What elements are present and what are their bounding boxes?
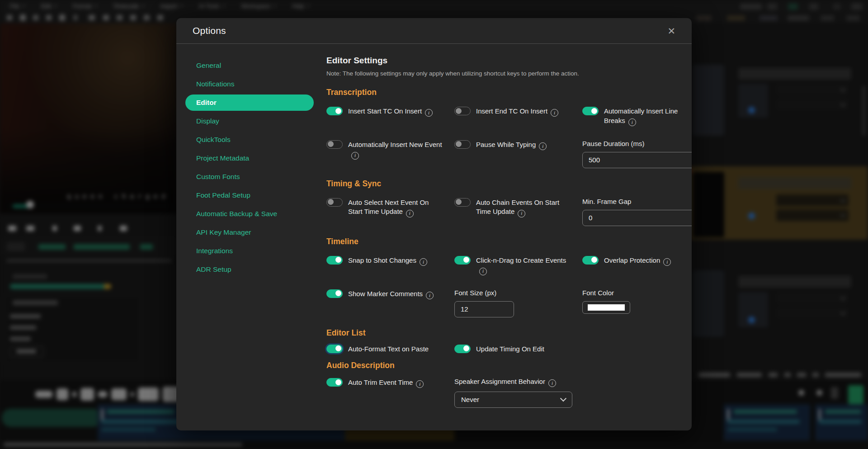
pause-while-typing-toggle[interactable] <box>454 140 471 149</box>
sidebar-item-custom-fonts[interactable]: Custom Fonts <box>185 169 314 185</box>
options-dialog-header: Options ✕ <box>176 18 692 44</box>
setting-label: Auto Trim Event Time <box>348 378 413 386</box>
overlap-protection-toggle[interactable] <box>582 256 599 265</box>
sidebar-item-adr-setup[interactable]: ADR Setup <box>185 261 314 278</box>
section-editor-list: Editor List <box>326 328 692 338</box>
setting-label: Auto-Format Text on Paste <box>348 345 429 353</box>
setting-show-marker-comments: Show Marker Commentsi <box>326 289 444 299</box>
setting-label: Snap to Shot Changes <box>348 256 416 264</box>
section-timeline: Timeline <box>326 237 692 246</box>
setting-label: Automatically Insert New Event <box>348 141 442 148</box>
field-font-size: Font Size (px) <box>454 289 572 317</box>
setting-label: Insert Start TC On Insert <box>348 107 422 115</box>
setting-label: Insert End TC On Insert <box>476 107 547 115</box>
sidebar-item-display[interactable]: Display <box>185 113 314 129</box>
field-min-frame-gap: Min. Frame Gap <box>582 198 692 226</box>
info-icon[interactable]: i <box>425 109 433 117</box>
info-icon[interactable]: i <box>663 258 671 266</box>
setting-insert-end-tc: Insert End TC On Inserti <box>454 106 572 117</box>
setting-pause-while-typing: Pause While Typingi <box>454 140 572 150</box>
field-label: Min. Frame Gap <box>582 198 692 205</box>
sidebar-item-general[interactable]: General <box>185 57 314 74</box>
font-size-input[interactable] <box>454 301 514 317</box>
section-audio-description: Audio Description <box>326 361 692 370</box>
info-icon[interactable]: i <box>479 268 487 275</box>
auto-line-breaks-toggle[interactable] <box>582 107 599 115</box>
settings-note: Note: The following settings may only ap… <box>326 70 692 77</box>
font-color-input[interactable] <box>582 301 630 314</box>
field-font-color: Font Color <box>582 289 692 314</box>
setting-label: Pause While Typing <box>476 141 536 148</box>
setting-auto-trim-event: Auto Trim Event Timei <box>326 378 444 388</box>
info-icon[interactable]: i <box>416 380 424 388</box>
show-marker-comments-toggle[interactable] <box>326 289 343 298</box>
page-title: Editor Settings <box>326 56 692 66</box>
info-icon[interactable]: i <box>406 210 414 217</box>
setting-auto-new-event: Automatically Insert New Eventi <box>326 140 444 160</box>
sidebar-item-notifications[interactable]: Notifications <box>185 76 314 92</box>
info-icon[interactable]: i <box>548 379 556 387</box>
insert-end-tc-toggle[interactable] <box>454 107 471 115</box>
setting-snap-shot-changes: Snap to Shot Changesi <box>326 255 444 266</box>
info-icon[interactable]: i <box>420 258 427 266</box>
setting-label: Overlap Protection <box>604 256 660 264</box>
section-transcription: Transcription <box>326 88 692 97</box>
setting-auto-chain: Auto Chain Events On Start Time Updatei <box>454 198 572 217</box>
speaker-assignment-select[interactable]: Never <box>454 392 572 408</box>
chevron-down-icon <box>560 395 566 402</box>
auto-chain-toggle[interactable] <box>454 198 471 207</box>
field-label: Font Color <box>582 289 692 297</box>
info-icon[interactable]: i <box>628 118 636 126</box>
pause-duration-input[interactable] <box>582 152 692 168</box>
setting-auto-format-paste: Auto-Format Text on Paste <box>326 344 444 354</box>
editor-settings-panel: Editor Settings Note: The following sett… <box>314 44 692 430</box>
font-color-swatch <box>588 304 625 311</box>
field-label: Pause Duration (ms) <box>582 140 692 147</box>
sidebar-item-quicktools[interactable]: QuickTools <box>185 132 314 148</box>
min-frame-gap-input[interactable] <box>582 210 692 226</box>
field-label: Speaker Assignment Behaviori <box>454 378 572 387</box>
auto-format-paste-toggle[interactable] <box>326 345 343 353</box>
field-label: Font Size (px) <box>454 289 572 297</box>
sidebar-item-automatic-backup[interactable]: Automatic Backup & Save <box>185 206 314 222</box>
setting-label: Show Marker Comments <box>348 290 423 298</box>
section-timing-sync: Timing & Sync <box>326 179 692 189</box>
sidebar-item-integrations[interactable]: Integrations <box>185 243 314 259</box>
field-speaker-assignment: Speaker Assignment Behaviori Never <box>454 378 572 408</box>
setting-auto-select-next: Auto Select Next Event On Start Time Upd… <box>326 198 444 217</box>
info-icon[interactable]: i <box>518 210 525 217</box>
setting-label: Update Timing On Edit <box>476 345 544 353</box>
options-dialog: Options ✕ General Notifications Editor D… <box>176 18 692 430</box>
dialog-title: Options <box>193 25 226 36</box>
selected-option: Never <box>461 396 479 403</box>
sidebar-item-foot-pedal-setup[interactable]: Foot Pedal Setup <box>185 187 314 203</box>
setting-insert-start-tc: Insert Start TC On Inserti <box>326 106 444 117</box>
snap-shot-changes-toggle[interactable] <box>326 256 343 265</box>
setting-label: Click-n-Drag to Create Events <box>476 256 566 264</box>
insert-start-tc-toggle[interactable] <box>326 107 343 115</box>
setting-auto-line-breaks: Automatically Insert Line Breaksi <box>582 106 692 126</box>
info-icon[interactable]: i <box>551 109 558 117</box>
sidebar-item-project-metadata[interactable]: Project Metadata <box>185 150 314 166</box>
close-icon[interactable]: ✕ <box>667 26 675 36</box>
info-icon[interactable]: i <box>351 152 359 160</box>
sidebar-item-editor[interactable]: Editor <box>185 95 314 111</box>
auto-select-next-toggle[interactable] <box>326 198 343 207</box>
setting-click-drag-create: Click-n-Drag to Create Eventsi <box>454 255 572 275</box>
update-timing-edit-toggle[interactable] <box>454 345 471 353</box>
click-drag-create-toggle[interactable] <box>454 256 471 265</box>
setting-overlap-protection: Overlap Protectioni <box>582 255 692 266</box>
info-icon[interactable]: i <box>539 142 547 150</box>
setting-label: Automatically Insert Line Breaks <box>604 107 678 124</box>
setting-update-timing-edit: Update Timing On Edit <box>454 344 572 354</box>
auto-new-event-toggle[interactable] <box>326 140 343 149</box>
setting-label: Auto Select Next Event On Start Time Upd… <box>348 199 429 216</box>
sidebar-item-api-key-manager[interactable]: API Key Manager <box>185 224 314 241</box>
field-pause-duration: Pause Duration (ms) <box>582 140 692 168</box>
info-icon[interactable]: i <box>426 292 434 299</box>
options-sidebar: General Notifications Editor Display Qui… <box>176 44 314 430</box>
auto-trim-event-toggle[interactable] <box>326 378 343 387</box>
